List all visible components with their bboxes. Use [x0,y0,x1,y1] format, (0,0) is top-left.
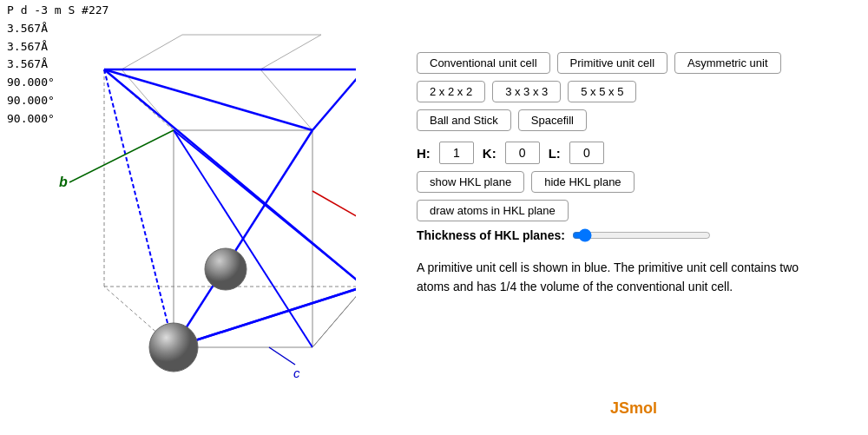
conventional-unit-cell-button[interactable]: Conventional unit cell [417,52,550,74]
svg-point-31 [205,248,247,290]
thickness-label: Thickness of HKL planes: [417,228,565,242]
hide-hkl-plane-button[interactable]: hide HKL plane [531,171,634,193]
svg-line-25 [104,69,174,347]
svg-line-36 [269,347,295,365]
supercell-3x3x3-button[interactable]: 3 x 3 x 3 [492,81,561,102]
hkl-buttons-row: show HKL plane hide HKL plane [417,171,851,193]
supercell-row: 2 x 2 x 2 3 x 3 x 3 5 x 5 x 5 [417,81,851,102]
svg-line-26 [174,287,356,347]
ball-and-stick-button[interactable]: Ball and Stick [417,109,511,131]
draw-atoms-hkl-button[interactable]: draw atoms in HKL plane [417,200,569,221]
right-panel: Conventional unit cell Primitive unit ce… [399,0,868,435]
k-label: K: [483,146,496,161]
left-panel: P d -3 m S #227 3.567Å 3.567Å 3.567Å 90.… [0,0,399,435]
thickness-row: Thickness of HKL planes: [417,228,851,242]
svg-line-19 [104,69,312,130]
svg-line-27 [174,130,356,287]
primitive-unit-cell-button[interactable]: Primitive unit cell [557,52,668,74]
svg-line-3 [122,35,182,69]
thickness-slider[interactable] [572,228,711,242]
svg-line-1 [260,69,312,130]
svg-line-34 [312,191,356,226]
asymmetric-unit-button[interactable]: Asymmetric unit [674,52,780,74]
supercell-2x2x2-button[interactable]: 2 x 2 x 2 [417,81,485,102]
svg-line-5 [260,35,321,69]
l-input[interactable] [569,142,604,164]
k-input[interactable] [505,142,540,164]
h-label: H: [417,146,431,161]
h-input[interactable] [439,142,474,164]
display-style-row: Ball and Stick Spacefill [417,109,851,131]
supercell-5x5x5-button[interactable]: 5 x 5 x 5 [568,81,636,102]
show-hkl-plane-button[interactable]: show HKL plane [417,171,524,193]
description-text: A primitive unit cell is shown in blue. … [417,258,833,297]
svg-text:c: c [293,366,300,380]
l-label: L: [549,146,561,161]
spacefill-button[interactable]: Spacefill [518,109,587,131]
crystal-svg: b a c [26,17,356,382]
draw-row: draw atoms in HKL plane [417,200,851,221]
svg-point-30 [149,323,198,372]
jsmol-label: JSmol [417,382,851,418]
cell-type-row: Conventional unit cell Primitive unit ce… [417,52,851,74]
hkl-row: H: K: L: [417,142,851,164]
crystal-view[interactable]: b a c [26,17,373,399]
svg-text:b: b [59,175,68,189]
svg-line-22 [312,69,356,130]
